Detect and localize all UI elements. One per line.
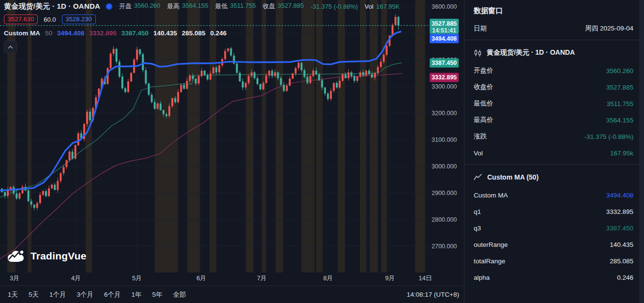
svg-text:14日: 14日 [419, 274, 432, 282]
panel-data-row: Vol167.95k [474, 145, 633, 161]
panel-data-row: Custom MA3494.408 [474, 187, 633, 203]
indicator-value: 285.085 [182, 30, 206, 37]
symbol-section-header: 黄金现货/美元 · 1D · OANDA [474, 43, 633, 62]
svg-text:8月: 8月 [323, 274, 333, 282]
panel-data-row: 收盘价3527.885 [474, 79, 633, 95]
panel-data-row: totalRange285.085 [474, 253, 633, 269]
range-button[interactable]: 3个月 [77, 290, 94, 299]
range-button[interactable]: 5年 [152, 290, 163, 299]
line-chart-icon [474, 174, 482, 181]
panel-data-row: outerRange140.435 [474, 236, 633, 253]
chart-region: 3600.0003500.0003400.0003300.0003200.000… [0, 0, 464, 303]
chart-header: 黄金现货/美元 · 1D · OANDA 开盘3560.260最高3564.15… [4, 1, 400, 11]
panel-data-row: 涨跌-31.375 (-0.88%) [474, 128, 633, 145]
panel-title: 数据窗口 [474, 0, 633, 20]
indicator-name: Custom MA [4, 30, 40, 37]
panel-content: 数据窗口 日期 周四 2025-09-04 黄金现货/美元 · 1D · OAN… [464, 0, 639, 303]
svg-text:9月: 9月 [385, 274, 395, 282]
trading-app: 3600.0003500.0003400.0003300.0003200.000… [0, 0, 644, 303]
svg-text:3494.408: 3494.408 [432, 35, 457, 42]
range-button[interactable]: 6个月 [104, 290, 121, 299]
svg-text:3600.000: 3600.000 [432, 3, 457, 10]
indicator-legend[interactable]: Custom MA 50 3494.4083332.8953387.450140… [4, 30, 226, 37]
svg-text:14:51:41: 14:51:41 [432, 27, 456, 34]
range-button[interactable]: 全部 [173, 290, 186, 299]
panel-ma-title: Custom MA (50) [487, 173, 539, 181]
ask-price-tag[interactable]: 3528.230 [62, 15, 96, 24]
ohlc-stat: 最高3564.155 [167, 2, 208, 11]
timeframe-toolbar: 1天5天1个月3个月6个月1年5年全部 14:08:17 (UTC+8) [0, 286, 464, 303]
volume-label: Vol [365, 3, 374, 10]
tradingvue-logo: TradingVue [6, 249, 87, 263]
indicator-section-header: Custom MA (50) [474, 167, 633, 187]
indicator-value: 3494.408 [57, 30, 84, 37]
range-button[interactable]: 1个月 [49, 290, 66, 299]
date-label: 日期 [474, 24, 487, 33]
svg-text:3000.000: 3000.000 [432, 163, 457, 170]
range-button[interactable]: 5天 [29, 290, 39, 299]
symbol-title[interactable]: 黄金现货/美元 · 1D · OANDA [4, 2, 100, 11]
svg-text:4月: 4月 [71, 274, 81, 282]
collapse-indicator-button[interactable] [4, 41, 17, 53]
svg-text:7月: 7月 [257, 274, 267, 282]
range-button[interactable]: 1天 [8, 290, 18, 299]
indicator-value: 0.246 [210, 30, 227, 37]
ohlc-stat: 最低3511.755 [215, 2, 255, 11]
price-chart[interactable]: 3600.0003500.0003400.0003300.0003200.000… [0, 0, 464, 286]
source-dot-icon [106, 3, 112, 10]
svg-text:3332.895: 3332.895 [432, 74, 457, 81]
panel-data-row: 开盘价3560.260 [474, 62, 633, 79]
change-value: -31.375 (-0.88%) [311, 3, 358, 10]
svg-text:5月: 5月 [132, 274, 142, 282]
svg-text:3200.000: 3200.000 [432, 110, 457, 117]
panel-data-row: 最高价3564.155 [474, 112, 633, 128]
ohlc-stats: 开盘3560.260最高3564.155最低3511.755收盘3527.885 [119, 2, 304, 11]
panel-data-row: 最低价3511.755 [474, 95, 633, 112]
svg-text:3387.450: 3387.450 [432, 60, 457, 66]
logo-text: TradingVue [30, 250, 87, 262]
indicator-rows: Custom MA3494.408q13332.895q33387.450out… [474, 187, 633, 286]
candlestick-icon [474, 49, 482, 57]
data-window-panel: 数据窗口 日期 周四 2025-09-04 黄金现货/美元 · 1D · OAN… [464, 0, 644, 303]
cloud-chart-icon [6, 249, 27, 263]
svg-text:3300.000: 3300.000 [432, 83, 457, 90]
svg-text:3527.885: 3527.885 [432, 20, 457, 27]
volume-value: 167.95K [376, 3, 400, 10]
svg-text:2700.000: 2700.000 [432, 243, 457, 250]
indicator-period: 50 [45, 30, 52, 37]
spread-value: 60.0 [44, 16, 56, 23]
panel-scrollbar[interactable] [639, 0, 644, 303]
panel-data-row: q33387.450 [474, 220, 633, 236]
ohlc-stat: 开盘3560.260 [119, 2, 160, 11]
chevron-up-icon [7, 45, 14, 49]
svg-text:2800.000: 2800.000 [432, 216, 457, 223]
panel-data-row: q13332.895 [474, 203, 633, 220]
panel-divider [464, 40, 643, 40]
svg-text:6月: 6月 [196, 274, 206, 282]
indicator-value: 3387.450 [121, 30, 149, 37]
date-value: 周四 2025-09-04 [585, 24, 633, 33]
ohlc-stat: 收盘3527.885 [263, 2, 304, 11]
panel-data-row: alpha0.246 [474, 269, 633, 286]
panel-symbol-title: 黄金现货/美元 · 1D · OANDA [487, 48, 575, 57]
clock: 14:08:17 (UTC+8) [407, 291, 459, 298]
panel-divider-2 [464, 164, 643, 165]
range-buttons: 1天5天1个月3个月6个月1年5年全部 [8, 290, 186, 299]
svg-text:3100.000: 3100.000 [432, 136, 457, 143]
bid-price-tag[interactable]: 3527.630 [4, 15, 38, 24]
indicator-values: 3494.4083332.8953387.450140.435285.0850.… [57, 30, 226, 37]
range-button[interactable]: 1年 [132, 290, 142, 299]
date-row: 日期 周四 2025-09-04 [474, 20, 633, 37]
price-tag-row: 3527.630 60.0 3528.230 [4, 15, 96, 24]
volume-stat: Vol 167.95K [365, 3, 400, 10]
ohlc-rows: 开盘价3560.260收盘价3527.885最低价3511.755最高价3564… [474, 62, 633, 161]
indicator-value: 140.435 [153, 30, 177, 37]
svg-text:2900.000: 2900.000 [432, 190, 457, 197]
indicator-value: 3332.895 [89, 30, 116, 37]
svg-text:3月: 3月 [10, 274, 19, 282]
